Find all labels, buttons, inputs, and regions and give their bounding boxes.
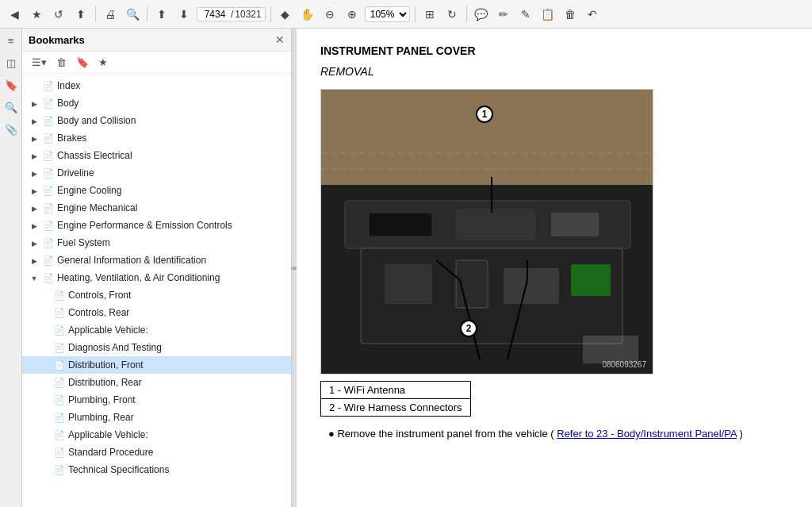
bm-expand-btn[interactable]: ☰▾ — [29, 55, 50, 70]
bm-label-body: Body — [57, 98, 79, 109]
bm-item-controls-rear[interactable]: 📄Controls, Rear — [22, 304, 291, 321]
image-simulation: 1 2 0806093267 — [321, 90, 653, 374]
bm-item-engine-perf[interactable]: 📄Engine Performance & Emission Controls — [22, 217, 291, 234]
bm-label-engine-mech: Engine Mechanical — [57, 202, 137, 213]
bm-item-dist-front[interactable]: 📄Distribution, Front — [22, 356, 291, 374]
bm-label-plumb-rear: Plumbing, Rear — [68, 412, 134, 423]
bm-item-engine-mech[interactable]: 📄Engine Mechanical — [22, 199, 291, 217]
highlight-btn[interactable]: ✎ — [516, 5, 535, 24]
zoom-out-btn[interactable]: ⊖ — [320, 5, 339, 24]
bm-add-btn[interactable]: 🔖 — [73, 55, 92, 70]
bm-label-hvac: Heating, Ventilation, & Air Conditioning — [57, 272, 220, 283]
bm-item-diag-test[interactable]: 📄Diagnosis And Testing — [22, 339, 291, 356]
bm-icon-std-proc: 📄 — [53, 446, 66, 459]
caption-row-1: 1 - WiFi Antenna — [321, 382, 471, 399]
bm-item-engine-cooling[interactable]: 📄Engine Cooling — [22, 182, 291, 199]
sep4 — [415, 6, 416, 22]
toolbar-forward-btn[interactable]: ★ — [27, 5, 46, 24]
content-area: INSTRUMENT PANEL COVER REMOVAL — [297, 29, 812, 507]
link-refer[interactable]: Refer to 23 - Body/Instrument Panel/PA — [557, 428, 737, 440]
bookmarks-close-btn[interactable]: ✕ — [275, 33, 285, 46]
zoom-select[interactable]: 105% — [365, 6, 410, 22]
section-title: INSTRUMENT PANEL COVER — [320, 44, 788, 57]
bm-item-index[interactable]: 📄Index — [22, 77, 291, 94]
toolbar-back-btn[interactable]: ◀ — [5, 5, 24, 24]
panel-image-area: 1 2 0806093267 — [320, 89, 788, 374]
svg-rect-11 — [385, 264, 432, 304]
bm-item-general-info[interactable]: 📄General Information & Identification — [22, 252, 291, 269]
bm-icon-diag-test: 📄 — [53, 341, 66, 354]
toolbar-home-btn[interactable]: ⬆ — [71, 5, 90, 24]
bm-toggle-engine-perf[interactable] — [29, 220, 40, 231]
bm-icon-plumb-front: 📄 — [53, 394, 66, 406]
bookmarks-header: Bookmarks ✕ — [22, 29, 291, 52]
bm-item-body-collision[interactable]: 📄Body and Collision — [22, 112, 291, 129]
bm-item-body[interactable]: 📄Body — [22, 94, 291, 112]
bm-item-controls-front[interactable]: 📄Controls, Front — [22, 286, 291, 304]
bm-item-applicable-1[interactable]: 📄Applicable Vehicle: — [22, 321, 291, 339]
bm-toggle-body-collision[interactable] — [29, 115, 40, 126]
bm-item-plumb-front[interactable]: 📄Plumbing, Front — [22, 391, 291, 409]
bm-toggle-body[interactable] — [29, 98, 40, 109]
svg-rect-14 — [571, 264, 611, 296]
bm-item-chassis[interactable]: 📄Chassis Electrical — [22, 147, 291, 164]
image-watermark: 0806093267 — [602, 360, 646, 369]
attach-icon-btn[interactable]: 📎 — [2, 121, 20, 138]
zoom-in-btn[interactable]: ⊕ — [343, 5, 362, 24]
bm-item-tech-spec[interactable]: 📄Technical Specifications — [22, 461, 291, 478]
delete-btn[interactable]: 🗑 — [561, 5, 580, 24]
bm-toggle-hvac[interactable] — [29, 272, 40, 283]
bm-item-dist-rear[interactable]: 📄Distribution, Rear — [22, 374, 291, 391]
bm-toggle-driveline[interactable] — [29, 167, 40, 179]
bm-label-brakes: Brakes — [57, 133, 86, 144]
bm-label-dist-rear: Distribution, Rear — [68, 377, 142, 388]
bookmarks-title: Bookmarks — [29, 34, 85, 46]
select-tool-btn[interactable]: ◆ — [276, 5, 295, 24]
toolbar-next-page-btn[interactable]: ⬇ — [174, 5, 193, 24]
stamp-btn[interactable]: 📋 — [538, 5, 557, 24]
svg-rect-5 — [369, 213, 432, 236]
bm-item-fuel[interactable]: 📄Fuel System — [22, 234, 291, 252]
bm-label-applicable-1: Applicable Vehicle: — [68, 325, 148, 336]
bm-item-driveline[interactable]: 📄Driveline — [22, 164, 291, 182]
bm-icon-fuel: 📄 — [42, 236, 55, 249]
toolbar-prev-page-btn[interactable]: ⬆ — [152, 5, 171, 24]
bm-item-brakes[interactable]: 📄Brakes — [22, 129, 291, 147]
draw-btn[interactable]: ✏ — [494, 5, 513, 24]
page-indicator: / 10321 — [197, 7, 266, 21]
toolbar-refresh-btn[interactable]: ↺ — [49, 5, 68, 24]
undo-btn[interactable]: ↶ — [583, 5, 602, 24]
comment-btn[interactable]: 💬 — [472, 5, 491, 24]
bm-item-applicable-2[interactable]: 📄Applicable Vehicle: — [22, 426, 291, 444]
bm-label-engine-cooling: Engine Cooling — [57, 185, 121, 196]
bm-toggle-brakes[interactable] — [29, 133, 40, 144]
bm-icon-chassis: 📄 — [42, 149, 55, 162]
page-current-input[interactable] — [201, 9, 229, 20]
nav-icon-btn[interactable]: ≡ — [2, 32, 20, 49]
bm-label-dist-front: Distribution, Front — [68, 359, 144, 371]
bm-toggle-general-info[interactable] — [29, 255, 40, 266]
bm-item-hvac[interactable]: 📄Heating, Ventilation, & Air Conditionin… — [22, 269, 291, 286]
bm-toggle-chassis[interactable] — [29, 150, 40, 161]
bookmarks-toolbar: ☰▾ 🗑 🔖 ★ — [22, 52, 291, 74]
bm-icon-brakes: 📄 — [42, 132, 55, 144]
bm-icon-plumb-rear: 📄 — [53, 411, 66, 424]
pan-tool-btn[interactable]: ✋ — [298, 5, 317, 24]
bm-delete-btn[interactable]: 🗑 — [53, 55, 70, 70]
bm-toggle-fuel[interactable] — [29, 237, 40, 248]
bookmarks-icon-btn[interactable]: 🔖 — [2, 76, 20, 94]
rotate-btn[interactable]: ↻ — [442, 5, 462, 24]
bm-star-btn[interactable]: ★ — [95, 55, 111, 70]
bm-label-driveline: Driveline — [57, 167, 94, 179]
bm-toggle-engine-cooling[interactable] — [29, 185, 40, 196]
search-icon-btn[interactable]: 🔍 — [2, 98, 20, 116]
bookmarks-panel: Bookmarks ✕ ☰▾ 🗑 🔖 ★ 📄Index📄Body📄Body an… — [22, 29, 292, 507]
bm-item-plumb-rear[interactable]: 📄Plumbing, Rear — [22, 409, 291, 426]
layers-icon-btn[interactable]: ◫ — [2, 54, 20, 71]
toolbar-print-btn[interactable]: 🖨 — [101, 5, 120, 24]
bm-item-std-proc[interactable]: 📄Standard Procedure — [22, 444, 291, 461]
fit-page-btn[interactable]: ⊞ — [420, 5, 439, 24]
bm-toggle-engine-mech[interactable] — [29, 202, 40, 213]
svg-rect-15 — [583, 336, 638, 363]
toolbar-zoom-out-btn[interactable]: 🔍 — [123, 5, 142, 24]
